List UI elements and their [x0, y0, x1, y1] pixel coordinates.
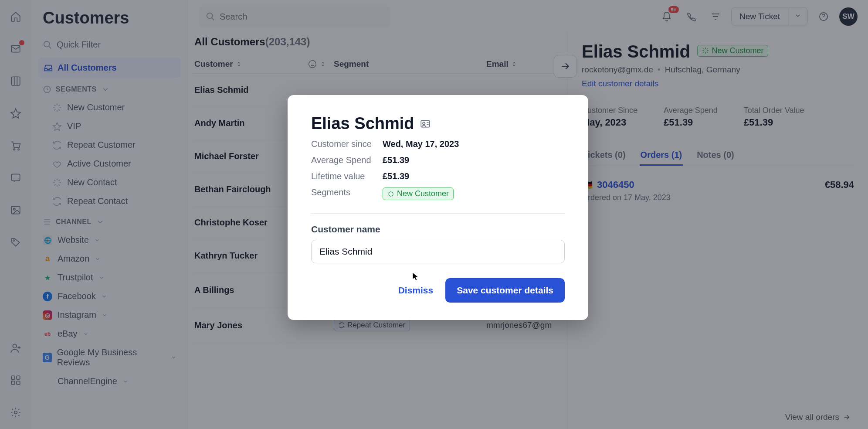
- customer-name-input[interactable]: [311, 240, 565, 263]
- contact-card-icon: [420, 118, 431, 129]
- svg-point-20: [423, 122, 425, 124]
- save-button[interactable]: Save customer details: [445, 278, 565, 303]
- modal-name: Elias Schmid: [311, 114, 565, 133]
- sparkle-icon: [387, 191, 394, 197]
- modal-segment-tag: New Customer: [383, 187, 454, 200]
- dismiss-button[interactable]: Dismiss: [395, 280, 437, 301]
- customer-name-label: Customer name: [311, 224, 565, 235]
- edit-customer-modal: Elias Schmid Customer sinceWed, May 17, …: [288, 95, 588, 320]
